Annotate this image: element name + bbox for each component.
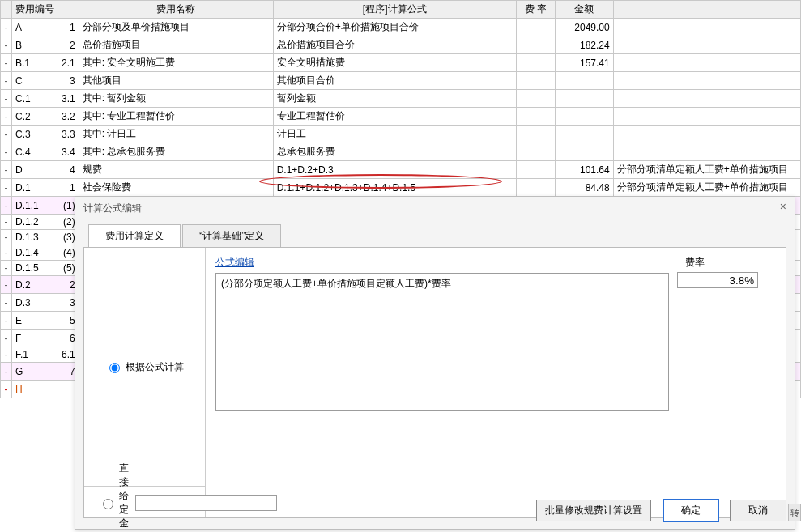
cell-name[interactable]: 其中: 总承包服务费 <box>79 143 273 161</box>
cell-formula[interactable]: 暂列金额 <box>273 90 516 108</box>
tab-basis-definition[interactable]: “计算基础”定义 <box>182 224 281 248</box>
side-toggle-button[interactable]: 转 <box>788 504 801 521</box>
cell-name[interactable]: 其他项目 <box>79 72 273 90</box>
cell-name[interactable]: 分部分项及单价措施项目 <box>79 19 273 36</box>
cell-amount[interactable] <box>555 90 613 108</box>
cell-remark[interactable]: 分部分项清单定额人工费+单价措施项目 <box>613 161 800 179</box>
cell-code[interactable]: D.1.3 <box>12 230 58 245</box>
cell-code[interactable]: E <box>12 312 58 330</box>
cell-amount[interactable] <box>555 72 613 90</box>
cell-code[interactable]: F <box>12 330 58 347</box>
table-row[interactable]: -B2总价措施项目总价措施项目合价182.24 <box>1 36 801 54</box>
cell-seq[interactable]: 3.3 <box>58 126 79 143</box>
tree-handle[interactable]: - <box>1 294 12 312</box>
tree-handle[interactable]: - <box>1 126 12 143</box>
table-row[interactable]: -C.33.3其中: 计日工计日工 <box>1 126 801 143</box>
cell-remark[interactable] <box>613 36 800 54</box>
cell-code[interactable]: A <box>12 19 58 36</box>
cell-seq[interactable]: 4 <box>58 161 79 179</box>
tree-handle[interactable]: - <box>1 276 12 294</box>
cell-formula[interactable]: D.1+D.2+D.3 <box>273 161 516 179</box>
cell-rate[interactable] <box>516 126 555 143</box>
cell-seq[interactable]: 3.2 <box>58 108 79 126</box>
radio-by-formula[interactable]: 根据公式计算 <box>105 360 184 374</box>
cell-seq[interactable]: 1 <box>58 19 79 36</box>
cell-formula[interactable]: 分部分项合价+单价措施项目合价 <box>273 19 516 36</box>
cell-code[interactable]: D.3 <box>12 294 58 312</box>
formula-edit-link[interactable]: 公式编辑 <box>215 256 254 270</box>
cell-amount[interactable]: 182.24 <box>555 36 613 54</box>
radio-by-amount[interactable]: 直接给定金额 <box>99 462 129 532</box>
tree-handle[interactable]: - <box>1 330 12 347</box>
cell-remark[interactable] <box>613 90 800 108</box>
tree-handle[interactable]: - <box>1 108 12 126</box>
tree-handle[interactable]: - <box>1 179 12 197</box>
cell-seq[interactable]: 1 <box>58 179 79 197</box>
tree-handle[interactable]: - <box>1 36 12 54</box>
cell-code[interactable]: D.1.4 <box>12 245 58 261</box>
cell-remark[interactable] <box>613 19 800 36</box>
cell-formula[interactable]: 安全文明措施费 <box>273 54 516 72</box>
tree-handle[interactable]: - <box>1 72 12 90</box>
cell-remark[interactable]: 分部分项清单定额人工费+单价措施项目 <box>613 179 800 197</box>
cell-rate[interactable] <box>516 90 555 108</box>
tree-handle[interactable]: - <box>1 19 12 36</box>
cell-name[interactable]: 总价措施项目 <box>79 36 273 54</box>
batch-modify-button[interactable]: 批量修改规费计算设置 <box>536 500 651 521</box>
tab-fee-definition[interactable]: 费用计算定义 <box>88 224 181 248</box>
tree-handle[interactable]: - <box>1 90 12 108</box>
radio-by-formula-input[interactable] <box>109 363 120 373</box>
cell-rate[interactable] <box>516 161 555 179</box>
cell-formula[interactable]: 总价措施项目合价 <box>273 36 516 54</box>
tree-handle[interactable]: - <box>1 245 12 261</box>
cell-formula[interactable]: 其他项目合价 <box>273 72 516 90</box>
tree-handle[interactable]: - <box>1 215 12 230</box>
cell-name[interactable]: 其中: 安全文明施工费 <box>79 54 273 72</box>
cell-code[interactable]: F.1 <box>12 347 58 363</box>
cell-code[interactable]: D.1.1 <box>12 197 58 215</box>
cell-code[interactable]: C.1 <box>12 90 58 108</box>
tree-handle[interactable]: - <box>1 381 12 398</box>
cell-name[interactable]: 其中: 暂列金额 <box>79 90 273 108</box>
table-row[interactable]: -B.12.1其中: 安全文明施工费安全文明措施费157.41 <box>1 54 801 72</box>
cell-code[interactable]: H <box>12 381 58 398</box>
table-row[interactable]: -C3其他项目其他项目合价 <box>1 72 801 90</box>
cell-remark[interactable] <box>613 108 800 126</box>
cell-code[interactable]: D.1.5 <box>12 261 58 276</box>
table-row[interactable]: -D.11社会保险费D.1.1+D.1.2+D.1.3+D.1.4+D.1.58… <box>1 179 801 197</box>
tree-handle[interactable]: - <box>1 363 12 381</box>
rate-input[interactable] <box>677 272 758 288</box>
table-row[interactable]: -C.13.1其中: 暂列金额暂列金额 <box>1 90 801 108</box>
cell-code[interactable]: D.1 <box>12 179 58 197</box>
dialog-close-button[interactable]: × <box>780 200 786 213</box>
cell-formula[interactable]: 计日工 <box>273 126 516 143</box>
cell-seq[interactable]: 2 <box>58 36 79 54</box>
cell-remark[interactable] <box>613 54 800 72</box>
cell-code[interactable]: D.2 <box>12 276 58 294</box>
tree-handle[interactable]: - <box>1 54 12 72</box>
cell-name[interactable]: 其中: 计日工 <box>79 126 273 143</box>
cell-code[interactable]: C.3 <box>12 126 58 143</box>
formula-textarea[interactable] <box>215 273 669 411</box>
tree-handle[interactable]: - <box>1 197 12 215</box>
cell-name[interactable]: 社会保险费 <box>79 179 273 197</box>
cell-rate[interactable] <box>516 179 555 197</box>
cell-formula[interactable]: 专业工程暂估价 <box>273 108 516 126</box>
table-row[interactable]: -C.43.4其中: 总承包服务费总承包服务费 <box>1 143 801 161</box>
cell-name[interactable]: 其中: 专业工程暂估价 <box>79 108 273 126</box>
table-row[interactable]: -A1分部分项及单价措施项目分部分项合价+单价措施项目合价2049.00 <box>1 19 801 36</box>
tree-handle[interactable]: - <box>1 161 12 179</box>
cell-name[interactable]: 规费 <box>79 161 273 179</box>
cell-amount[interactable]: 101.64 <box>555 161 613 179</box>
cell-seq[interactable]: 2.1 <box>58 54 79 72</box>
cell-remark[interactable] <box>613 126 800 143</box>
cell-rate[interactable] <box>516 108 555 126</box>
cell-code[interactable]: D.1.2 <box>12 215 58 230</box>
tree-handle[interactable]: - <box>1 230 12 245</box>
cell-remark[interactable] <box>613 72 800 90</box>
cell-code[interactable]: C.4 <box>12 143 58 161</box>
cell-code[interactable]: B <box>12 36 58 54</box>
table-row[interactable]: -C.23.2其中: 专业工程暂估价专业工程暂估价 <box>1 108 801 126</box>
tree-handle[interactable]: - <box>1 261 12 276</box>
cell-rate[interactable] <box>516 54 555 72</box>
